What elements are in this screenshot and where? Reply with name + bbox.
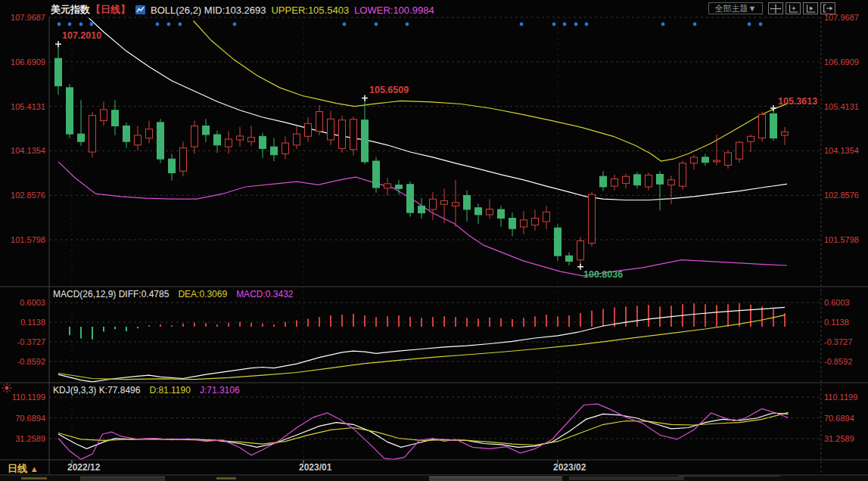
candle-body [101,110,107,121]
candle-body [600,176,607,187]
event-dot[interactable] [90,23,94,26]
instrument-title: 美元指数 [51,3,90,17]
candle-body [611,179,618,187]
candle-body [736,142,743,159]
bottom-toolbar-fragment[interactable] [21,477,47,479]
event-dot[interactable] [552,23,556,26]
candle-body [135,135,142,145]
exit-axis-button[interactable] [820,2,835,14]
candle-body [328,119,334,140]
candle-body [543,212,550,222]
macd-macd-value: MACD:0.3432 [236,289,293,299]
y-axis-label-left: 110.1199 [12,393,45,402]
candle-body [248,138,255,142]
bottom-toolbar-fragment[interactable] [429,476,562,481]
event-dot[interactable] [156,23,160,26]
y-axis-label-right: 31.2589 [824,434,854,443]
boll-upper-value: UPPER:105.5403 [271,5,349,16]
candle-body [782,132,789,135]
event-dot[interactable] [759,23,763,26]
event-dot[interactable] [661,23,665,26]
x-axis-label: 2022/12 [67,462,101,473]
candle-body [555,228,562,256]
candle-body [453,203,459,206]
candle-body [623,176,630,183]
candle-body [509,219,516,229]
bottom-toolbar-fragment[interactable] [216,477,236,479]
x-axis-adjust-button[interactable] [803,2,818,14]
y-axis-label-left: 102.8576 [11,191,45,200]
event-dot[interactable] [343,23,347,26]
candle-body [577,240,584,259]
theme-dropdown-button[interactable]: 全部主题▼ [708,2,763,14]
candle-body [89,116,96,152]
candle-body [112,110,119,126]
pan-tool-button[interactable] [768,2,783,14]
event-dot[interactable] [693,23,697,26]
y-axis-label-left: 104.1354 [11,146,45,155]
candle-body [78,134,85,141]
candle-body [646,175,652,187]
triangle-up-icon: ▲ [30,464,39,473]
y-axis-label-right: 70.6894 [824,414,854,423]
y-axis-label-left: 70.6894 [15,414,45,423]
scrollbar-fragment[interactable] [679,476,780,476]
y-axis-label-right: -0.8592 [824,357,852,366]
event-dot[interactable] [585,23,589,26]
line-chart-icon [135,5,145,14]
candle-body [316,112,323,132]
candle-body [226,139,232,147]
candle-body [634,175,641,185]
bottom-toolbar-fragment[interactable] [80,476,165,481]
candle-body [180,148,187,172]
chart-header: 美元指数 【日线】 BOLL(26,2) MID:103.2693 UPPER:… [51,3,434,17]
candle-body [339,120,346,149]
candle-body [770,113,777,138]
event-dot[interactable] [748,23,751,26]
period-label: 日线 [8,463,27,474]
y-axis-label-left: 0.6003 [20,298,45,307]
y-axis-label-left: 101.5798 [11,235,45,244]
event-dot[interactable] [563,23,567,26]
candle-body [55,58,62,85]
candle-body [487,209,493,215]
bottom-toolbar-fragment[interactable] [569,476,684,480]
candle-body [566,256,573,261]
boll-upper-line [194,21,789,162]
event-dot[interactable] [68,23,72,26]
y-axis-label-right: 0.1138 [824,318,849,327]
event-dot[interactable] [233,23,237,26]
y-axis-label-left: 105.4131 [11,102,45,111]
boll-lower-line [58,162,787,276]
event-dot[interactable] [58,23,61,26]
kdj-j-value: J:71.3106 [200,385,240,396]
candle-body [441,201,448,205]
event-dot[interactable] [79,23,83,26]
candle-body [203,126,210,135]
event-dot[interactable] [520,23,524,26]
candle-body [67,88,73,134]
candle-body [532,219,539,225]
event-dot[interactable] [406,23,409,26]
candle-body [725,153,732,166]
macd-header: MACD(26,12,9) DIFF:0.4785 DEA:0.3069 MAC… [53,289,294,299]
y-axis-label-right: -0.3727 [824,337,852,346]
event-dot[interactable] [574,23,578,26]
event-dot[interactable] [375,23,378,26]
kdj-header: KDJ(9,3,3) K:77.8496 D:81.1190 J:71.3106 [53,385,240,396]
y-axis-adjust-button[interactable] [786,2,801,14]
period-selector[interactable]: 日线 ▲ [8,462,39,476]
chart-canvas[interactable]: 107.9687107.9687106.6909106.6909105.4131… [0,0,868,481]
y-axis-label-right: 110.1199 [824,393,857,402]
event-dot[interactable] [179,23,182,26]
candle-body [691,157,698,163]
y-axis-label-left: 107.9687 [11,13,45,22]
candle-body [430,199,437,209]
candle-body [294,134,300,145]
candle-body [260,136,266,148]
candle-body [680,163,686,186]
y-axis-label-left: -0.8592 [17,357,45,366]
event-dot[interactable] [167,23,171,26]
alert-sun-icon [2,383,12,396]
price-annotation: 107.2010 [62,30,101,41]
